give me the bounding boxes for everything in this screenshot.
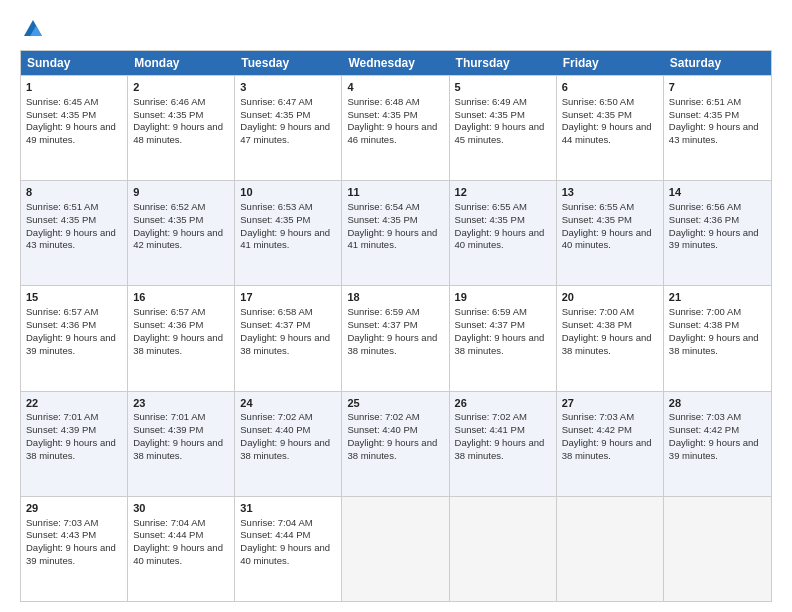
day-number-6: 6: [562, 80, 658, 95]
sunset-10: Sunset: 4:35 PM: [240, 214, 310, 225]
day-number-5: 5: [455, 80, 551, 95]
day-number-30: 30: [133, 501, 229, 516]
daylight-8: Daylight: 9 hours and 43 minutes.: [26, 227, 116, 251]
day-number-4: 4: [347, 80, 443, 95]
sunset-21: Sunset: 4:38 PM: [669, 319, 739, 330]
sunrise-3: Sunrise: 6:47 AM: [240, 96, 312, 107]
day-number-10: 10: [240, 185, 336, 200]
header-day-monday: Monday: [128, 51, 235, 75]
day-number-3: 3: [240, 80, 336, 95]
day-cell-16: 16Sunrise: 6:57 AMSunset: 4:36 PMDayligh…: [128, 286, 235, 390]
sunset-1: Sunset: 4:35 PM: [26, 109, 96, 120]
day-number-23: 23: [133, 396, 229, 411]
sunrise-19: Sunrise: 6:59 AM: [455, 306, 527, 317]
daylight-22: Daylight: 9 hours and 38 minutes.: [26, 437, 116, 461]
sunset-31: Sunset: 4:44 PM: [240, 529, 310, 540]
sunrise-10: Sunrise: 6:53 AM: [240, 201, 312, 212]
sunrise-29: Sunrise: 7:03 AM: [26, 517, 98, 528]
daylight-28: Daylight: 9 hours and 39 minutes.: [669, 437, 759, 461]
sunrise-13: Sunrise: 6:55 AM: [562, 201, 634, 212]
sunrise-24: Sunrise: 7:02 AM: [240, 411, 312, 422]
calendar-header: SundayMondayTuesdayWednesdayThursdayFrid…: [21, 51, 771, 75]
calendar-row-4: 22Sunrise: 7:01 AMSunset: 4:39 PMDayligh…: [21, 391, 771, 496]
day-number-14: 14: [669, 185, 766, 200]
sunset-13: Sunset: 4:35 PM: [562, 214, 632, 225]
sunset-6: Sunset: 4:35 PM: [562, 109, 632, 120]
day-cell-11: 11Sunrise: 6:54 AMSunset: 4:35 PMDayligh…: [342, 181, 449, 285]
day-cell-23: 23Sunrise: 7:01 AMSunset: 4:39 PMDayligh…: [128, 392, 235, 496]
header-day-wednesday: Wednesday: [342, 51, 449, 75]
day-cell-4: 4Sunrise: 6:48 AMSunset: 4:35 PMDaylight…: [342, 76, 449, 180]
sunset-2: Sunset: 4:35 PM: [133, 109, 203, 120]
day-number-15: 15: [26, 290, 122, 305]
sunrise-21: Sunrise: 7:00 AM: [669, 306, 741, 317]
sunrise-11: Sunrise: 6:54 AM: [347, 201, 419, 212]
sunrise-5: Sunrise: 6:49 AM: [455, 96, 527, 107]
day-number-9: 9: [133, 185, 229, 200]
daylight-9: Daylight: 9 hours and 42 minutes.: [133, 227, 223, 251]
sunset-9: Sunset: 4:35 PM: [133, 214, 203, 225]
sunset-28: Sunset: 4:42 PM: [669, 424, 739, 435]
sunset-26: Sunset: 4:41 PM: [455, 424, 525, 435]
sunrise-25: Sunrise: 7:02 AM: [347, 411, 419, 422]
sunrise-22: Sunrise: 7:01 AM: [26, 411, 98, 422]
day-number-17: 17: [240, 290, 336, 305]
sunrise-30: Sunrise: 7:04 AM: [133, 517, 205, 528]
sunrise-6: Sunrise: 6:50 AM: [562, 96, 634, 107]
calendar: SundayMondayTuesdayWednesdayThursdayFrid…: [20, 50, 772, 602]
day-cell-17: 17Sunrise: 6:58 AMSunset: 4:37 PMDayligh…: [235, 286, 342, 390]
day-cell-12: 12Sunrise: 6:55 AMSunset: 4:35 PMDayligh…: [450, 181, 557, 285]
day-number-8: 8: [26, 185, 122, 200]
day-number-1: 1: [26, 80, 122, 95]
sunset-16: Sunset: 4:36 PM: [133, 319, 203, 330]
sunset-19: Sunset: 4:37 PM: [455, 319, 525, 330]
logo-icon: [22, 18, 44, 40]
sunset-18: Sunset: 4:37 PM: [347, 319, 417, 330]
day-cell-3: 3Sunrise: 6:47 AMSunset: 4:35 PMDaylight…: [235, 76, 342, 180]
daylight-24: Daylight: 9 hours and 38 minutes.: [240, 437, 330, 461]
sunrise-7: Sunrise: 6:51 AM: [669, 96, 741, 107]
header-day-thursday: Thursday: [450, 51, 557, 75]
sunset-30: Sunset: 4:44 PM: [133, 529, 203, 540]
daylight-14: Daylight: 9 hours and 39 minutes.: [669, 227, 759, 251]
day-number-16: 16: [133, 290, 229, 305]
sunset-23: Sunset: 4:39 PM: [133, 424, 203, 435]
daylight-23: Daylight: 9 hours and 38 minutes.: [133, 437, 223, 461]
day-cell-14: 14Sunrise: 6:56 AMSunset: 4:36 PMDayligh…: [664, 181, 771, 285]
empty-cell: [342, 497, 449, 601]
sunset-11: Sunset: 4:35 PM: [347, 214, 417, 225]
daylight-6: Daylight: 9 hours and 44 minutes.: [562, 121, 652, 145]
sunset-4: Sunset: 4:35 PM: [347, 109, 417, 120]
day-cell-10: 10Sunrise: 6:53 AMSunset: 4:35 PMDayligh…: [235, 181, 342, 285]
daylight-11: Daylight: 9 hours and 41 minutes.: [347, 227, 437, 251]
daylight-15: Daylight: 9 hours and 39 minutes.: [26, 332, 116, 356]
sunrise-15: Sunrise: 6:57 AM: [26, 306, 98, 317]
day-cell-2: 2Sunrise: 6:46 AMSunset: 4:35 PMDaylight…: [128, 76, 235, 180]
day-number-24: 24: [240, 396, 336, 411]
day-cell-1: 1Sunrise: 6:45 AMSunset: 4:35 PMDaylight…: [21, 76, 128, 180]
day-number-31: 31: [240, 501, 336, 516]
calendar-row-2: 8Sunrise: 6:51 AMSunset: 4:35 PMDaylight…: [21, 180, 771, 285]
day-cell-19: 19Sunrise: 6:59 AMSunset: 4:37 PMDayligh…: [450, 286, 557, 390]
day-number-18: 18: [347, 290, 443, 305]
sunset-3: Sunset: 4:35 PM: [240, 109, 310, 120]
day-cell-8: 8Sunrise: 6:51 AMSunset: 4:35 PMDaylight…: [21, 181, 128, 285]
sunset-25: Sunset: 4:40 PM: [347, 424, 417, 435]
sunrise-23: Sunrise: 7:01 AM: [133, 411, 205, 422]
daylight-20: Daylight: 9 hours and 38 minutes.: [562, 332, 652, 356]
logo: [20, 18, 44, 40]
day-cell-27: 27Sunrise: 7:03 AMSunset: 4:42 PMDayligh…: [557, 392, 664, 496]
daylight-5: Daylight: 9 hours and 45 minutes.: [455, 121, 545, 145]
day-cell-31: 31Sunrise: 7:04 AMSunset: 4:44 PMDayligh…: [235, 497, 342, 601]
sunset-29: Sunset: 4:43 PM: [26, 529, 96, 540]
day-cell-9: 9Sunrise: 6:52 AMSunset: 4:35 PMDaylight…: [128, 181, 235, 285]
day-cell-25: 25Sunrise: 7:02 AMSunset: 4:40 PMDayligh…: [342, 392, 449, 496]
day-cell-29: 29Sunrise: 7:03 AMSunset: 4:43 PMDayligh…: [21, 497, 128, 601]
daylight-25: Daylight: 9 hours and 38 minutes.: [347, 437, 437, 461]
daylight-1: Daylight: 9 hours and 49 minutes.: [26, 121, 116, 145]
sunset-17: Sunset: 4:37 PM: [240, 319, 310, 330]
day-number-12: 12: [455, 185, 551, 200]
day-cell-21: 21Sunrise: 7:00 AMSunset: 4:38 PMDayligh…: [664, 286, 771, 390]
day-number-21: 21: [669, 290, 766, 305]
day-number-11: 11: [347, 185, 443, 200]
